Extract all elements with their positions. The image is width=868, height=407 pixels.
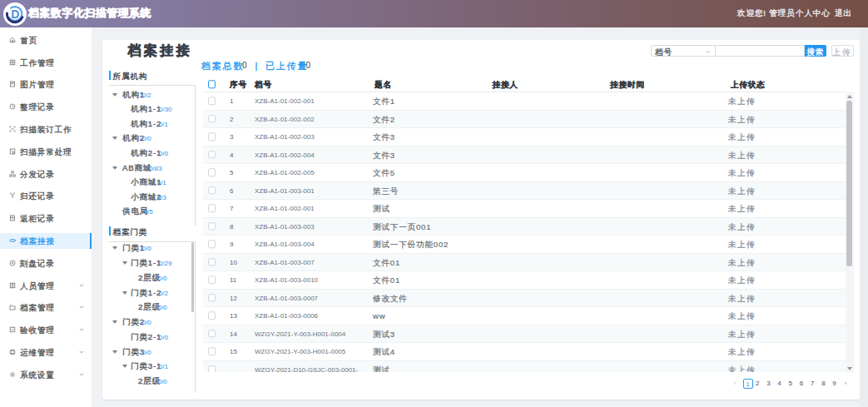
- svg-text:D: D: [11, 7, 19, 20]
